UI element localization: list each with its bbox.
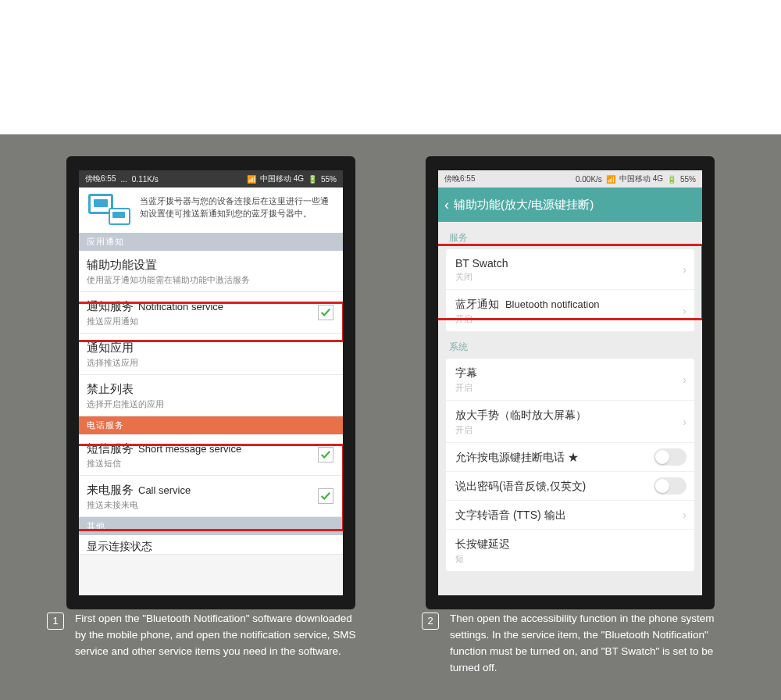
caption-text-1: First open the "Bluetooth Notification" … [75, 611, 359, 677]
section-other: 其他 [79, 517, 343, 535]
row-notification-app[interactable]: 通知应用 选择推送应用 [79, 334, 343, 375]
header-title: 辅助功能(放大/电源键挂断) [454, 198, 594, 212]
status-bar-1: 傍晚6:55 ... 0.11K/s 📶 中国移动 4G 🔋 55% [79, 170, 343, 188]
row-power-hangup[interactable]: 允许按电源键挂断电话 ★ [446, 443, 694, 472]
row-title: 显示连接状态 [87, 540, 152, 554]
section-phone-service: 电话服务 [79, 416, 343, 434]
row-title: 通知服务 [87, 299, 134, 314]
row-longpress-delay[interactable]: 长按键延迟 短 [446, 530, 694, 571]
checkbox-call[interactable] [318, 488, 333, 504]
row-subtitle: 使用蓝牙通知功能需在辅助功能中激活服务 [87, 274, 335, 286]
system-card: 字幕 开启 › 放大手势（临时放大屏幕） 开启 › 允许按电源键挂断电话 ★ [446, 359, 694, 571]
check-icon [320, 307, 331, 318]
row-subtitle: 开启 [455, 382, 685, 394]
devices-icon [87, 194, 132, 225]
row-notification-service[interactable]: 通知服务 Notification service 推送应用通知 [79, 292, 343, 334]
row-title: 放大手势（临时放大屏幕） [455, 409, 587, 421]
section-system-label: 系统 [438, 331, 702, 359]
row-title-en: Bluetooth notification [505, 298, 600, 310]
toggle-power-hangup[interactable] [654, 448, 686, 466]
toggle-speak-password[interactable] [654, 477, 686, 495]
status-carrier: 中国移动 4G [619, 173, 663, 184]
battery-icon: 🔋 [308, 175, 317, 184]
screen-1: 傍晚6:55 ... 0.11K/s 📶 中国移动 4G 🔋 55% [79, 170, 343, 595]
section-app-notif: 应用通知 [79, 233, 343, 251]
page: 傍晚6:55 ... 0.11K/s 📶 中国移动 4G 🔋 55% [0, 0, 781, 700]
row-title: BT Swatch [455, 257, 508, 270]
status-time: 傍晚6:55 [85, 173, 116, 184]
check-icon [320, 449, 331, 460]
chevron-right-icon: › [683, 305, 686, 317]
caption-number-1: 1 [47, 612, 64, 630]
row-subtitle: 开启 [455, 424, 685, 436]
row-subtitle: 推送未接来电 [87, 499, 335, 511]
caption-1: 1 First open the "Bluetooth Notification… [47, 611, 359, 677]
row-subtitle: 短 [455, 553, 685, 565]
caption-number-2: 2 [422, 612, 439, 630]
chevron-right-icon: › [683, 373, 686, 386]
back-icon[interactable]: ‹ [444, 197, 449, 213]
row-title-en: Call service [138, 484, 191, 496]
row-title: 禁止列表 [87, 382, 134, 397]
chevron-right-icon: › [683, 416, 686, 428]
row-subtitle: 开启 [455, 313, 685, 325]
row-magnify-gesture[interactable]: 放大手势（临时放大屏幕） 开启 › [446, 401, 694, 443]
row-title: 蓝牙通知 [455, 298, 499, 310]
row-subtitle: 关闭 [455, 271, 685, 283]
checkbox-sms[interactable] [318, 447, 333, 462]
row-call-service[interactable]: 来电服务 Call service 推送未接来电 [79, 476, 343, 517]
row-tts-output[interactable]: 文字转语音 (TTS) 输出 › [446, 501, 694, 530]
row-sms-service[interactable]: 短信服务 Short message service 推送短信 [79, 434, 343, 476]
battery-icon: 🔋 [667, 175, 676, 184]
row-title: 允许按电源键挂断电话 ★ [455, 451, 579, 463]
row-captions[interactable]: 字幕 开启 › [446, 359, 694, 401]
row-subtitle: 推送应用通知 [87, 316, 335, 327]
row-title: 长按键延迟 [455, 538, 510, 550]
status-carrier: 中国移动 4G [260, 173, 304, 184]
service-card: BT Swatch 关闭 › 蓝牙通知 Bluetooth notificati… [446, 249, 694, 331]
row-subtitle: 推送短信 [87, 458, 335, 470]
check-icon [320, 491, 331, 502]
row-title: 来电服务 [87, 483, 134, 498]
checkbox-notif-service[interactable] [318, 305, 333, 320]
row-title: 通知应用 [87, 341, 134, 355]
row-title: 辅助功能设置 [87, 258, 157, 273]
status-dots: ... [120, 175, 127, 184]
caption-2: 2 Then open the accessibility function i… [422, 611, 734, 677]
row-speak-password[interactable]: 说出密码(语音反馈,仅英文) [446, 472, 694, 501]
section-service-label: 服务 [438, 222, 702, 249]
row-subtitle: 选择推送应用 [87, 357, 335, 369]
chevron-right-icon: › [683, 509, 686, 521]
phone-frame-2: 傍晚6:55 0.00K/s 📶 中国移动 4G 🔋 55% ‹ 辅助功能(放大… [426, 156, 715, 609]
caption-text-2: Then open the accessibility function in … [450, 611, 734, 677]
row-accessibility-settings[interactable]: 辅助功能设置 使用蓝牙通知功能需在辅助功能中激活服务 [79, 251, 343, 292]
row-blocklist[interactable]: 禁止列表 选择开启推送的应用 [79, 375, 343, 416]
signal-icon: 📶 [606, 175, 615, 184]
accessibility-header: ‹ 辅助功能(放大/电源键挂断) [438, 188, 702, 222]
phones-container: 傍晚6:55 ... 0.11K/s 📶 中国移动 4G 🔋 55% [0, 156, 781, 609]
row-title-en: Notification service [138, 301, 223, 312]
chevron-right-icon: › [683, 263, 686, 276]
phone-frame-1: 傍晚6:55 ... 0.11K/s 📶 中国移动 4G 🔋 55% [66, 156, 355, 609]
row-title: 说出密码(语音反馈,仅英文) [455, 480, 586, 492]
status-time: 傍晚6:55 [444, 173, 475, 184]
row-title-en: Short message service [138, 443, 241, 455]
screen-2: 傍晚6:55 0.00K/s 📶 中国移动 4G 🔋 55% ‹ 辅助功能(放大… [438, 170, 702, 595]
row-bluetooth-notification[interactable]: 蓝牙通知 Bluetooth notification 开启 › [446, 290, 694, 331]
status-bar-2: 傍晚6:55 0.00K/s 📶 中国移动 4G 🔋 55% [438, 170, 702, 188]
app-intro-text: 当蓝牙拨号器与您的设备连接后在这里进行一些通知设置使可推送新通知到您的蓝牙拨号器… [140, 194, 335, 220]
status-speed: 0.11K/s [132, 175, 159, 184]
app-header: 当蓝牙拨号器与您的设备连接后在这里进行一些通知设置使可推送新通知到您的蓝牙拨号器… [79, 188, 343, 233]
captions: 1 First open the "Bluetooth Notification… [0, 611, 781, 677]
row-bt-swatch[interactable]: BT Swatch 关闭 › [446, 249, 694, 290]
row-title: 短信服务 [87, 441, 134, 456]
top-white-band [0, 0, 781, 134]
row-subtitle: 选择开启推送的应用 [87, 398, 335, 410]
status-battery: 55% [680, 175, 696, 184]
row-title: 文字转语音 (TTS) 输出 [455, 509, 566, 521]
row-title: 字幕 [455, 366, 477, 379]
status-battery: 55% [321, 175, 337, 184]
status-speed: 0.00K/s [576, 175, 602, 184]
signal-icon: 📶 [247, 175, 256, 184]
row-connection-status[interactable]: 显示连接状态 [79, 535, 343, 555]
